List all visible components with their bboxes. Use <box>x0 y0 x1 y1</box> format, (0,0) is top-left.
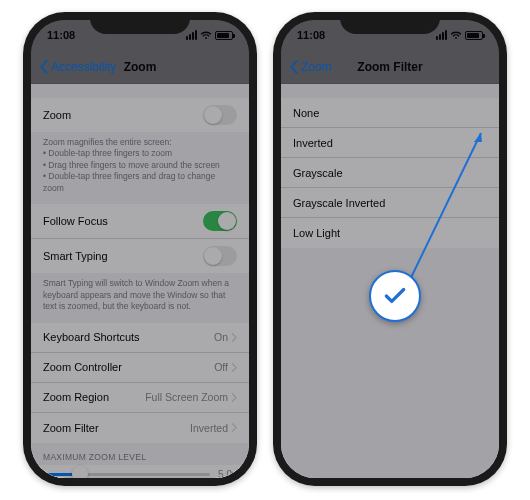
switch-smart-typing[interactable] <box>203 246 237 266</box>
row-value: Inverted <box>190 422 228 434</box>
back-label: Accessibility <box>51 60 116 74</box>
option-none[interactable]: None <box>281 98 499 128</box>
slider-thumb[interactable] <box>72 466 88 478</box>
row-label: Zoom Filter <box>43 422 190 434</box>
phone-left: 11:08 Accessibility Zoom <box>23 12 257 486</box>
back-button[interactable]: Zoom <box>289 60 332 74</box>
switch-follow-focus[interactable] <box>203 211 237 231</box>
option-grayscale-inverted[interactable]: Grayscale Inverted <box>281 188 499 218</box>
status-bar: 11:08 <box>281 20 499 50</box>
chevron-right-icon <box>231 423 237 432</box>
row-zoom-region[interactable]: Zoom Region Full Screen Zoom <box>31 383 249 413</box>
row-zoom-controller[interactable]: Zoom Controller Off <box>31 353 249 383</box>
phone-right: 11:08 Zoom Zoom Filter <box>273 12 507 486</box>
status-time: 11:08 <box>47 29 75 41</box>
nav-bar: Zoom Zoom Filter <box>281 50 499 84</box>
option-grayscale[interactable]: Grayscale <box>281 158 499 188</box>
battery-icon <box>215 31 233 40</box>
row-keyboard-shortcuts[interactable]: Keyboard Shortcuts On <box>31 323 249 353</box>
wifi-icon <box>450 31 462 40</box>
option-label: Inverted <box>293 137 487 149</box>
zoom-footer: Zoom magnifies the entire screen: • Doub… <box>31 132 249 204</box>
slider-max-label: 5.0x <box>218 469 237 478</box>
row-value: Off <box>214 361 228 373</box>
max-zoom-slider[interactable]: 5.0x <box>31 465 249 478</box>
status-time: 11:08 <box>297 29 325 41</box>
chevron-right-icon <box>231 333 237 342</box>
row-label: Follow Focus <box>43 215 203 227</box>
cellular-icon <box>436 30 447 40</box>
row-label: Zoom <box>43 109 203 121</box>
option-low-light[interactable]: Low Light <box>281 218 499 248</box>
row-label: Keyboard Shortcuts <box>43 331 214 343</box>
max-zoom-header: MAXIMUM ZOOM LEVEL <box>31 443 249 465</box>
nav-bar: Accessibility Zoom <box>31 50 249 84</box>
option-label: Grayscale Inverted <box>293 197 487 209</box>
option-label: None <box>293 107 487 119</box>
cellular-icon <box>186 30 197 40</box>
chevron-left-icon <box>289 60 299 74</box>
option-label: Grayscale <box>293 167 487 179</box>
switch-zoom[interactable] <box>203 105 237 125</box>
battery-icon <box>465 31 483 40</box>
row-zoom-filter[interactable]: Zoom Filter Inverted <box>31 413 249 443</box>
wifi-icon <box>200 31 212 40</box>
back-label: Zoom <box>301 60 332 74</box>
row-zoom-toggle[interactable]: Zoom <box>31 98 249 132</box>
row-smart-typing[interactable]: Smart Typing <box>31 239 249 273</box>
row-value: On <box>214 331 228 343</box>
row-label: Zoom Controller <box>43 361 214 373</box>
chevron-right-icon <box>231 363 237 372</box>
back-button[interactable]: Accessibility <box>39 60 116 74</box>
chevron-left-icon <box>39 60 49 74</box>
row-label: Zoom Region <box>43 391 145 403</box>
option-inverted[interactable]: Inverted <box>281 128 499 158</box>
smart-typing-footer: Smart Typing will switch to Window Zoom … <box>31 273 249 322</box>
row-follow-focus[interactable]: Follow Focus <box>31 204 249 239</box>
row-value: Full Screen Zoom <box>145 391 228 403</box>
chevron-right-icon <box>231 393 237 402</box>
status-bar: 11:08 <box>31 20 249 50</box>
option-label: Low Light <box>293 227 487 239</box>
row-label: Smart Typing <box>43 250 203 262</box>
